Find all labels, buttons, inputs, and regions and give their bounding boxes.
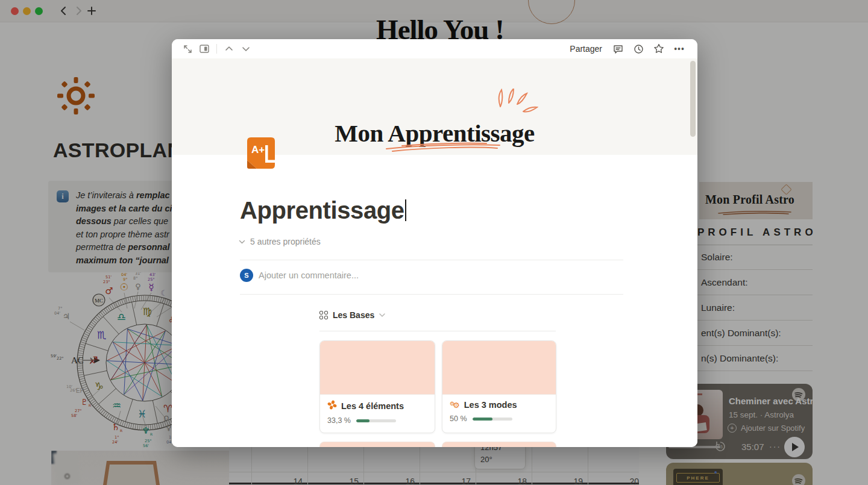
- gallery-card[interactable]: ⚙⚙Les 3 modes50 %: [442, 340, 556, 433]
- app-window: Hello You ! ASTROPLAN i Je t’inviterais …: [0, 0, 868, 485]
- next-page-icon[interactable]: [239, 42, 253, 56]
- card-title: Les 4 éléments: [341, 401, 404, 411]
- card-progress-bar: [473, 418, 512, 421]
- card-progress-bar: [356, 419, 396, 422]
- text-cursor: [405, 199, 406, 221]
- modal-scrollbar[interactable]: [690, 59, 696, 445]
- favorite-star-icon[interactable]: [652, 42, 666, 56]
- next-row-card-peek: [319, 442, 435, 447]
- comment-row[interactable]: S Ajouter un commentaire...: [240, 269, 359, 282]
- cover-rays-decoration: [493, 89, 538, 124]
- comments-icon[interactable]: [611, 42, 625, 56]
- gallery-view-icon: [319, 311, 328, 319]
- updates-clock-icon[interactable]: [631, 42, 646, 56]
- avatar: S: [240, 269, 253, 282]
- view-tab-les-bases[interactable]: Les Bases: [319, 310, 385, 320]
- page-title[interactable]: Apprentissage: [240, 197, 406, 224]
- chevron-down-icon: [379, 312, 385, 318]
- comment-input[interactable]: Ajouter un commentaire...: [259, 271, 359, 280]
- next-row-card-peek: [442, 442, 556, 447]
- divider: [240, 294, 623, 295]
- card-cover-image: [320, 341, 435, 395]
- card-percent-label: 50 %: [450, 415, 467, 423]
- scrollbar-thumb[interactable]: [690, 61, 696, 137]
- page-preview-modal: Mon Apprentissage: [172, 39, 697, 447]
- collection-divider: [319, 331, 556, 331]
- side-peek-icon[interactable]: [197, 42, 212, 56]
- gallery-card[interactable]: Les 4 éléments33,3 %: [319, 340, 435, 433]
- properties-toggle[interactable]: 5 autres propriétés: [239, 237, 321, 246]
- divider: [240, 260, 623, 260]
- page-icon-text: A+: [251, 144, 265, 155]
- cover-underline-decoration: [384, 140, 502, 154]
- open-full-page-icon[interactable]: [180, 42, 195, 56]
- toolbar-divider: [216, 44, 217, 54]
- flower-icon: [327, 400, 337, 411]
- page-icon[interactable]: A+: [247, 137, 277, 172]
- chevron-down-icon: [239, 239, 245, 245]
- gears-icon: ⚙⚙: [450, 400, 460, 410]
- card-cover-image: [442, 341, 556, 395]
- card-percent-label: 33,3 %: [327, 416, 351, 425]
- modal-toolbar: Partager •••: [172, 39, 697, 58]
- more-options-icon[interactable]: •••: [672, 42, 687, 56]
- card-title: Les 3 modes: [464, 400, 517, 410]
- share-button[interactable]: Partager: [565, 42, 607, 56]
- view-tab-label: Les Bases: [333, 310, 374, 320]
- previous-page-icon[interactable]: [222, 42, 236, 56]
- properties-toggle-label: 5 autres propriétés: [250, 237, 321, 246]
